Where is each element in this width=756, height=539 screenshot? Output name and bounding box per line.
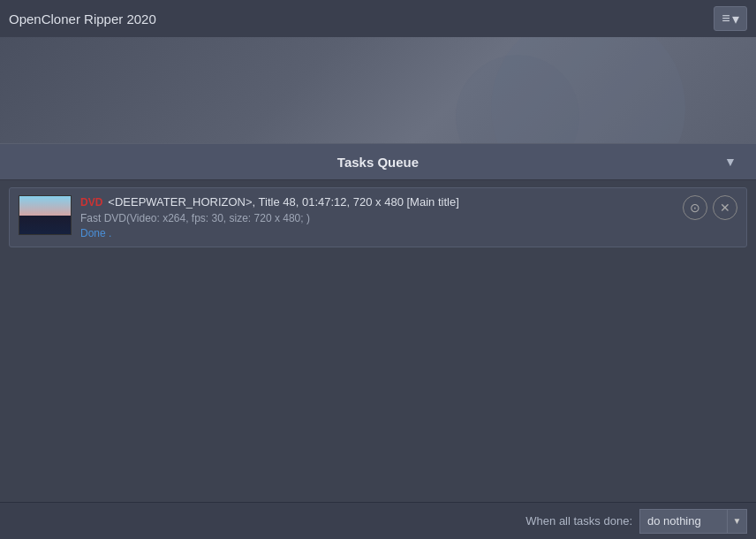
when-done-label: When all tasks done: xyxy=(525,514,632,528)
close-icon: ✕ xyxy=(720,201,730,215)
when-done-select[interactable]: do nothing shutdown hibernate sleep xyxy=(639,509,728,534)
app-title: OpenCloner Ripper 2020 xyxy=(9,11,156,27)
menu-icon: ≡ xyxy=(722,11,730,27)
task-details: Fast DVD(Video: x264, fps: 30, size: 720… xyxy=(80,212,674,224)
footer: When all tasks done: do nothing shutdown… xyxy=(0,502,756,539)
menu-button[interactable]: ≡ ▾ xyxy=(714,6,747,31)
when-done-wrapper: do nothing shutdown hibernate sleep ▼ xyxy=(639,509,747,534)
collapse-button[interactable]: ▼ xyxy=(718,149,743,174)
task-item: DVD <DEEPWATER_HORIZON>, Title 48, 01:47… xyxy=(9,187,747,247)
open-folder-button[interactable]: ⊙ xyxy=(683,195,707,220)
banner xyxy=(0,37,756,143)
task-info: DVD <DEEPWATER_HORIZON>, Title 48, 01:47… xyxy=(80,195,674,239)
tasks-section: Tasks Queue ▼ DVD <DEEPWATER_HORIZON>, T… xyxy=(0,143,756,516)
when-done-dropdown-arrow[interactable]: ▼ xyxy=(728,509,747,534)
dvd-badge: DVD xyxy=(80,196,102,209)
task-title-row: DVD <DEEPWATER_HORIZON>, Title 48, 01:47… xyxy=(80,195,674,209)
title-bar: OpenCloner Ripper 2020 ≡ ▾ xyxy=(0,0,756,37)
task-name: <DEEPWATER_HORIZON>, Title 48, 01:47:12,… xyxy=(108,195,458,209)
menu-arrow-icon: ▾ xyxy=(732,11,739,27)
task-status: Done . xyxy=(80,227,674,239)
remove-task-button[interactable]: ✕ xyxy=(713,195,737,220)
chevron-down-icon: ▼ xyxy=(733,516,742,526)
tasks-header: Tasks Queue ▼ xyxy=(0,143,756,180)
task-thumbnail xyxy=(19,195,72,235)
tasks-queue-title: Tasks Queue xyxy=(38,155,718,170)
task-actions: ⊙ ✕ xyxy=(683,195,737,220)
task-list: DVD <DEEPWATER_HORIZON>, Title 48, 01:47… xyxy=(0,180,756,516)
folder-icon: ⊙ xyxy=(690,201,700,215)
